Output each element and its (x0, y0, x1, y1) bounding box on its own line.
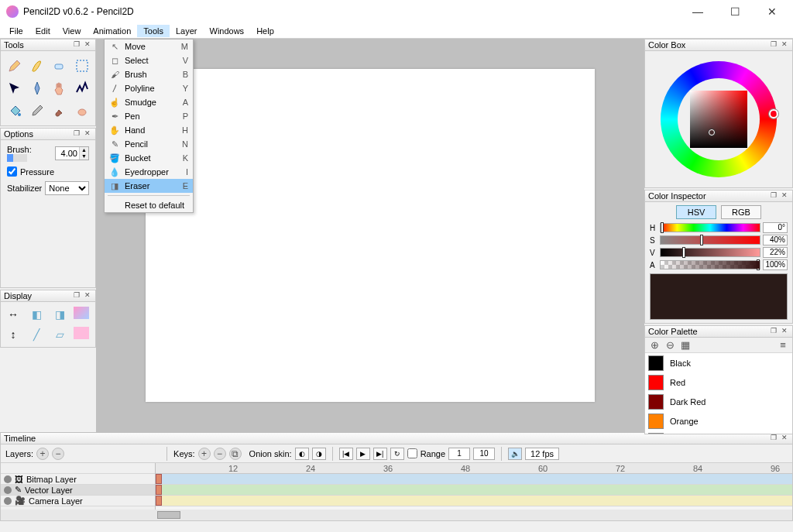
palette-item[interactable]: Orange (645, 411, 792, 431)
palette-menu-button[interactable]: ≡ (777, 339, 789, 352)
tool-smudge[interactable] (72, 101, 92, 121)
color-wheel[interactable] (661, 61, 777, 177)
menu-animation[interactable]: Animation (87, 25, 137, 37)
remove-layer-button[interactable]: − (52, 448, 64, 460)
close-panel-icon[interactable]: ✕ (83, 291, 92, 300)
close-panel-icon[interactable]: ✕ (780, 327, 789, 336)
keyframe[interactable] (156, 474, 162, 484)
mirror-h-button[interactable]: ↔ (4, 307, 22, 322)
menu-item-hand[interactable]: ✋HandH (105, 123, 193, 137)
brush-size-value[interactable] (56, 149, 79, 158)
onion-prev-button[interactable]: ◧ (27, 307, 46, 322)
menu-tools[interactable]: Tools (137, 25, 170, 37)
tool-bucket[interactable] (5, 101, 25, 121)
a-value[interactable]: 100% (763, 259, 788, 270)
layer-row[interactable]: 🎥Camera Layer (1, 496, 155, 506)
visibility-icon[interactable] (4, 475, 12, 483)
menu-item-brush[interactable]: 🖌BrushB (105, 67, 193, 81)
remove-key-button[interactable]: − (214, 448, 226, 460)
tool-pencil[interactable] (5, 56, 25, 76)
close-button[interactable]: ✕ (760, 5, 784, 18)
pressure-checkbox[interactable] (7, 166, 17, 177)
hue-cursor[interactable] (769, 109, 778, 118)
canvas[interactable] (146, 69, 595, 402)
menu-item-reset[interactable]: Reset to default (105, 198, 193, 212)
play-end-button[interactable]: ▶| (373, 448, 387, 460)
tool-hand[interactable] (50, 78, 70, 98)
track-vector[interactable] (156, 485, 792, 496)
add-layer-button[interactable]: + (36, 448, 49, 460)
overlay-button[interactable] (74, 327, 89, 339)
menu-item-polyline[interactable]: 〳PolylineY (105, 81, 193, 95)
hsv-tab[interactable]: HSV (676, 205, 716, 219)
menu-item-eraser[interactable]: ◨EraserE (105, 179, 193, 193)
tool-select[interactable] (72, 56, 92, 76)
brush-size-input[interactable]: ▲▼ (55, 146, 89, 160)
outlines-button[interactable]: ▱ (50, 327, 69, 342)
undock-icon[interactable]: ❐ (769, 191, 778, 201)
visibility-icon[interactable] (4, 486, 12, 494)
h-value[interactable]: 0° (763, 222, 788, 233)
menu-edit[interactable]: Edit (29, 25, 57, 37)
palette-list[interactable]: Black Red Dark Red Orange (645, 353, 792, 434)
palette-item[interactable]: Dark Red (645, 392, 792, 411)
range-checkbox[interactable] (407, 448, 417, 458)
menu-item-eyedropper[interactable]: 💧EyedropperI (105, 165, 193, 179)
val-slider[interactable] (660, 248, 760, 257)
track-camera[interactable] (156, 496, 792, 506)
layer-row[interactable]: 🖼Bitmap Layer (1, 474, 155, 485)
brush-size-slider[interactable] (7, 154, 27, 162)
visibility-icon[interactable] (4, 497, 12, 505)
onion-next-button[interactable]: ◨ (50, 307, 69, 322)
menu-file[interactable]: File (3, 25, 29, 37)
undock-icon[interactable]: ❐ (769, 327, 778, 336)
menu-layer[interactable]: Layer (170, 25, 204, 37)
onion-prev-toggle[interactable]: ◐ (295, 448, 309, 460)
timeline-scrollbar[interactable] (1, 510, 792, 520)
sv-cursor[interactable] (709, 129, 715, 136)
timeline-ruler[interactable]: 12 24 36 48 60 72 84 96 (156, 463, 792, 474)
close-panel-icon[interactable]: ✕ (780, 191, 789, 201)
remove-color-button[interactable]: ⊖ (664, 339, 676, 352)
sat-slider[interactable] (660, 235, 760, 245)
dup-key-button[interactable]: ⧉ (229, 448, 242, 460)
rgb-tab[interactable]: RGB (721, 205, 761, 219)
fps-label[interactable]: 12 fps (525, 448, 559, 460)
minimize-button[interactable]: — (686, 5, 709, 18)
maximize-button[interactable]: ☐ (723, 5, 747, 18)
menu-item-select[interactable]: ◻SelectV (105, 53, 193, 67)
add-color-button[interactable]: ⊕ (648, 339, 661, 352)
undock-icon[interactable]: ❐ (72, 40, 81, 50)
track-bitmap[interactable] (156, 474, 792, 485)
play-start-button[interactable]: |◀ (339, 448, 353, 460)
keyframe[interactable] (156, 496, 162, 506)
close-panel-icon[interactable]: ✕ (780, 40, 789, 50)
menu-item-pen[interactable]: ✒PenP (105, 109, 193, 123)
alpha-slider[interactable] (660, 260, 760, 269)
range-to-input[interactable] (473, 448, 495, 460)
menu-help[interactable]: Help (250, 25, 280, 37)
loop-button[interactable]: ↻ (390, 448, 404, 460)
menu-windows[interactable]: Windows (204, 25, 251, 37)
mirror-v-button[interactable]: ↕ (4, 327, 22, 342)
tool-polyline[interactable] (72, 78, 92, 98)
s-value[interactable]: 40% (763, 235, 788, 245)
scrollbar-thumb[interactable] (157, 511, 180, 519)
close-panel-icon[interactable]: ✕ (780, 434, 789, 443)
timeline-tracks[interactable]: 12 24 36 48 60 72 84 96 (156, 463, 792, 510)
sound-button[interactable]: 🔈 (508, 448, 522, 460)
menu-item-move[interactable]: ↖MoveM (105, 39, 193, 53)
menu-item-bucket[interactable]: 🪣BucketK (105, 151, 193, 165)
tool-brush[interactable] (27, 56, 47, 76)
layer-row[interactable]: ✎Vector Layer (1, 485, 155, 496)
play-button[interactable]: ▶ (356, 448, 370, 460)
tool-pen[interactable] (27, 78, 47, 98)
menu-item-pencil[interactable]: ✎PencilN (105, 137, 193, 151)
close-panel-icon[interactable]: ✕ (83, 129, 92, 139)
hue-slider[interactable] (660, 223, 760, 232)
undock-icon[interactable]: ❐ (769, 434, 778, 443)
palette-item[interactable]: Red (645, 372, 792, 392)
palette-item[interactable]: Black (645, 353, 792, 372)
palette-grid-button[interactable]: ▦ (679, 339, 692, 352)
stabilizer-select[interactable]: None (45, 181, 89, 195)
